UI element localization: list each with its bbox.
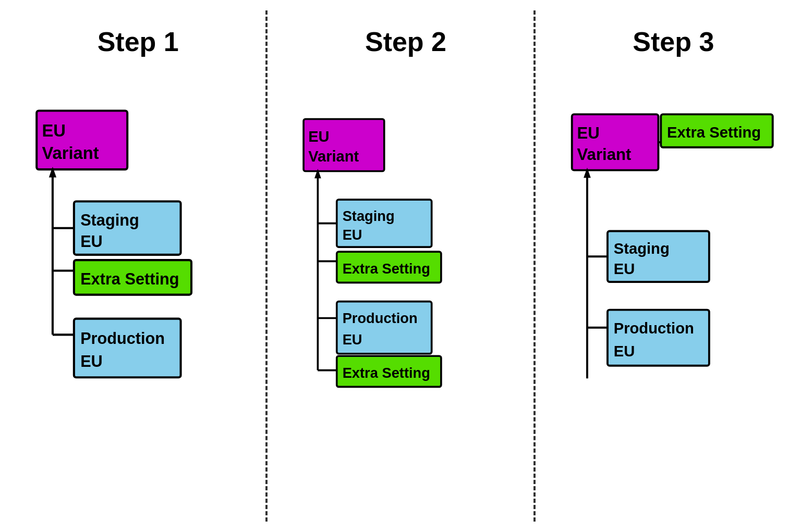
svg-text:Variant: Variant: [42, 143, 99, 163]
step1-svg: EU Variant Staging EU Extra Se: [31, 78, 245, 506]
main-container: Step 1 EU Variant Staging: [0, 0, 801, 532]
svg-text:EU: EU: [343, 331, 362, 348]
svg-text:EU: EU: [80, 352, 103, 370]
svg-text:EU: EU: [80, 232, 103, 251]
svg-text:EU: EU: [309, 128, 330, 145]
svg-text:Staging: Staging: [80, 211, 139, 229]
step3-svg: EU Variant Extra Setting Staging: [567, 78, 780, 506]
step2-diagram: EU Variant Staging EU: [299, 78, 512, 506]
svg-text:Extra Setting: Extra Setting: [667, 124, 761, 141]
step1-title: Step 1: [31, 26, 245, 57]
step1-diagram: EU Variant Staging EU Extra Se: [31, 78, 245, 506]
svg-text:Variant: Variant: [577, 145, 631, 164]
svg-text:Staging: Staging: [613, 240, 669, 257]
svg-text:EU: EU: [613, 343, 635, 360]
step3-diagram: EU Variant Extra Setting Staging: [567, 78, 780, 506]
step3-column: Step 3 EU Variant Extra Setting: [536, 10, 801, 522]
svg-text:EU: EU: [613, 261, 635, 277]
svg-text:Production: Production: [343, 310, 418, 326]
svg-text:Extra Setting: Extra Setting: [343, 261, 430, 277]
step3-title: Step 3: [567, 26, 780, 57]
svg-text:Staging: Staging: [343, 208, 395, 224]
step2-svg: EU Variant Staging EU: [299, 78, 512, 506]
svg-text:EU: EU: [577, 124, 599, 142]
step2-title: Step 2: [299, 26, 512, 57]
svg-text:Extra Setting: Extra Setting: [80, 270, 179, 288]
svg-text:Production: Production: [613, 320, 694, 337]
svg-text:Production: Production: [80, 329, 165, 348]
step2-column: Step 2 EU Variant: [268, 10, 533, 522]
svg-text:Extra Setting: Extra Setting: [343, 365, 430, 381]
svg-text:Variant: Variant: [309, 148, 359, 165]
step1-column: Step 1 EU Variant Staging: [0, 10, 265, 522]
svg-text:EU: EU: [42, 121, 65, 140]
svg-text:EU: EU: [343, 227, 362, 243]
